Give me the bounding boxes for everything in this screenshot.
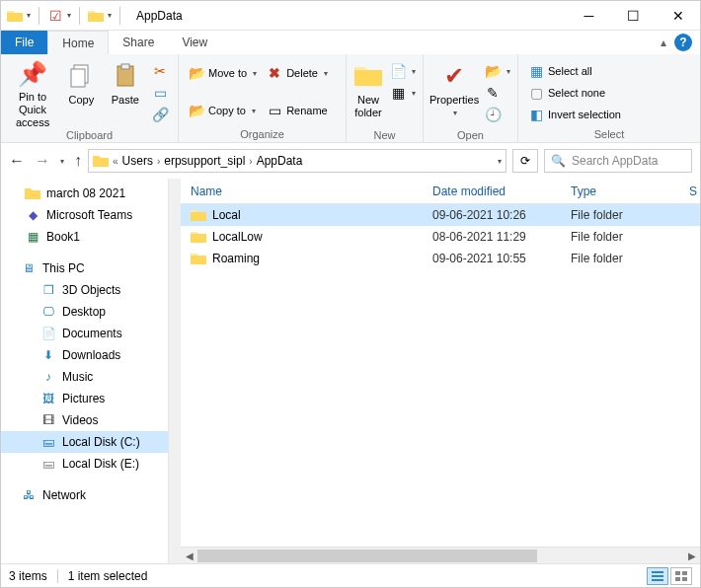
file-date: 09-06-2021 10:26 [432, 208, 571, 222]
chevron-right-icon[interactable]: › [157, 156, 160, 167]
sidebar-item-downloads[interactable]: ⬇Downloads [1, 344, 168, 366]
sidebar-item-pictures[interactable]: 🖼Pictures [1, 388, 168, 409]
help-icon[interactable]: ? [674, 34, 692, 51]
chevron-right-icon[interactable]: › [249, 156, 252, 167]
qat-dropdown-icon[interactable]: ▾ [108, 11, 112, 20]
open-icon: 📂 [485, 63, 501, 79]
easy-access-button[interactable]: ▦▾ [386, 82, 420, 104]
pictures-icon: 🖼 [40, 391, 56, 406]
sidebar-item-network[interactable]: 🖧Network [1, 484, 168, 506]
downloads-icon: ⬇ [40, 347, 56, 363]
scroll-right-button[interactable]: ▶ [683, 548, 700, 564]
copy-icon [65, 60, 97, 92]
new-item-button[interactable]: 📄▾ [386, 60, 420, 82]
select-all-button[interactable]: ▦Select all [524, 60, 625, 82]
paste-shortcut-icon: 🔗 [152, 107, 168, 122]
sidebar-item-music[interactable]: ♪Music [1, 366, 168, 388]
cut-button[interactable]: ✂ [148, 60, 172, 82]
scroll-thumb[interactable] [197, 550, 537, 562]
refresh-button[interactable]: ⟳ [512, 149, 538, 173]
tab-file[interactable]: File [1, 31, 47, 54]
file-type: File folder [571, 230, 689, 244]
qat-dropdown-icon[interactable]: ▾ [27, 11, 31, 20]
tab-home[interactable]: Home [47, 31, 109, 54]
open-button[interactable]: 📂▾ [481, 60, 514, 82]
tab-view[interactable]: View [168, 31, 221, 54]
collapse-ribbon-icon[interactable]: ▴ [661, 36, 666, 49]
horizontal-scrollbar[interactable]: ◀ ▶ [181, 547, 700, 563]
window-title: AppData [136, 9, 183, 23]
file-row[interactable]: Roaming09-06-2021 10:55File folder [181, 248, 700, 269]
file-row[interactable]: LocalLow08-06-2021 11:29File folder [181, 226, 700, 248]
breadcrumb-item[interactable]: Users [122, 154, 153, 168]
tab-share[interactable]: Share [109, 31, 168, 54]
back-button[interactable]: ← [9, 152, 25, 170]
pc-icon: 🖥 [21, 260, 37, 276]
sidebar-item-quick[interactable]: ▦Book1 [1, 226, 168, 248]
drive-icon: 🖴 [40, 456, 56, 472]
move-to-button[interactable]: 📂Move to▾ [185, 62, 261, 84]
sidebar-item-this-pc[interactable]: 🖥This PC [1, 257, 168, 279]
invert-selection-icon: ◧ [528, 107, 544, 122]
select-none-button[interactable]: ▢Select none [524, 82, 625, 104]
column-header-name[interactable]: Name [181, 184, 432, 198]
qat-dropdown-icon[interactable]: ▾ [67, 11, 71, 20]
checkbox-icon[interactable]: ☑ [47, 8, 63, 24]
sidebar-item-local-disk-e[interactable]: 🖴Local Disk (E:) [1, 453, 168, 475]
details-view-button[interactable] [647, 567, 668, 585]
breadcrumb-item[interactable]: AppData [257, 154, 303, 168]
breadcrumb-prefix[interactable]: « [113, 156, 118, 167]
search-box[interactable]: 🔍 Search AppData [544, 149, 692, 173]
new-folder-button[interactable]: New folder [352, 58, 384, 127]
sidebar-item-documents[interactable]: 📄Documents [1, 323, 168, 344]
up-button[interactable]: ↑ [74, 152, 82, 170]
copy-path-button[interactable]: ▭ [148, 82, 172, 104]
sidebar-scrollbar[interactable] [169, 179, 181, 563]
forward-button[interactable]: → [35, 152, 50, 170]
rename-button[interactable]: ▭Rename [263, 100, 332, 121]
address-dropdown-icon[interactable]: ▾ [498, 157, 502, 166]
svg-rect-4 [652, 571, 663, 573]
ribbon-group-clipboard: Clipboard [1, 127, 178, 143]
svg-rect-6 [652, 579, 663, 581]
ribbon-group-select: Select [518, 126, 700, 142]
history-button[interactable]: 🕘 [481, 104, 514, 125]
properties-button[interactable]: ✔ Properties ▾ [429, 58, 479, 127]
close-button[interactable]: ✕ [656, 1, 700, 30]
pin-to-quick-access-button[interactable]: 📌 Pin to Quick access [7, 58, 58, 127]
sidebar-item-videos[interactable]: 🎞Videos [1, 409, 168, 431]
sidebar-item-desktop[interactable]: 🖵Desktop [1, 301, 168, 323]
address-bar[interactable]: « Users› erpsupport_sipl› AppData ▾ [88, 149, 506, 173]
teams-icon: ◆ [25, 207, 40, 223]
svg-rect-9 [675, 577, 680, 581]
paste-shortcut-button[interactable]: 🔗 [148, 104, 172, 125]
file-name: LocalLow [212, 230, 263, 244]
sidebar-item-local-disk-c[interactable]: 🖴Local Disk (C:) [1, 431, 168, 453]
sidebar-item-quick[interactable]: ◆Microsoft Teams [1, 204, 168, 226]
column-header-date[interactable]: Date modified [432, 184, 571, 198]
maximize-button[interactable]: ☐ [611, 1, 656, 30]
file-row[interactable]: Local09-06-2021 10:26File folder [181, 204, 700, 226]
svg-rect-7 [675, 571, 680, 575]
edit-button[interactable]: ✎ [481, 82, 514, 104]
folder-icon [191, 229, 206, 245]
copy-to-button[interactable]: 📂Copy to▾ [185, 100, 261, 121]
svg-rect-8 [682, 571, 687, 575]
minimize-button[interactable]: ─ [567, 1, 611, 30]
svg-rect-10 [682, 577, 687, 581]
select-all-icon: ▦ [528, 63, 544, 79]
sidebar-item-3d-objects[interactable]: ❒3D Objects [1, 279, 168, 301]
breadcrumb-item[interactable]: erpsupport_sipl [164, 154, 245, 168]
invert-selection-button[interactable]: ◧Invert selection [524, 104, 625, 125]
sidebar-item-quick[interactable]: march 08 2021 [1, 183, 168, 204]
excel-icon: ▦ [25, 229, 40, 245]
column-header-type[interactable]: Type [571, 184, 689, 198]
copy-button[interactable]: Copy [60, 58, 102, 127]
paste-button[interactable]: Paste [105, 58, 146, 127]
thumbnails-view-button[interactable] [670, 567, 692, 585]
history-dropdown-icon[interactable]: ▾ [60, 157, 64, 166]
column-header-size[interactable]: S [689, 184, 700, 198]
delete-button[interactable]: ✖Delete▾ [263, 62, 332, 84]
scroll-left-button[interactable]: ◀ [181, 548, 197, 564]
status-item-count: 3 items [9, 569, 47, 583]
